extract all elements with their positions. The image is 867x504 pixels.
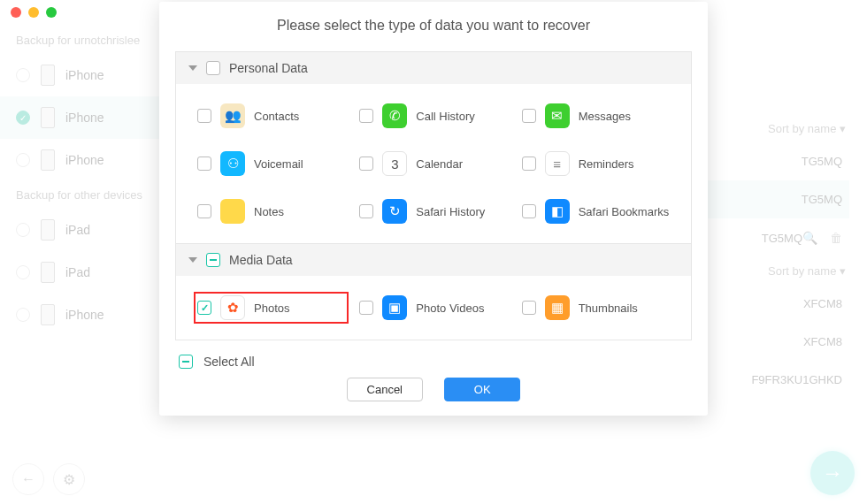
safari-bookmarks-icon: ◧: [545, 199, 570, 224]
checkbox[interactable]: [359, 301, 373, 315]
checkbox[interactable]: [522, 109, 536, 123]
type-photo-videos[interactable]: ▣Photo Videos: [356, 292, 510, 324]
type-call-history[interactable]: ✆Call History: [356, 100, 510, 132]
type-label: Photos: [254, 302, 289, 315]
checkbox[interactable]: [197, 109, 211, 123]
type-label: Calendar: [416, 157, 463, 171]
type-label: Reminders: [579, 157, 634, 171]
type-calendar[interactable]: 3Calendar: [356, 148, 510, 179]
notes-icon: [220, 199, 245, 224]
checkbox[interactable]: [522, 301, 536, 315]
reminders-icon: ≡: [545, 151, 570, 176]
type-label: Safari History: [416, 205, 485, 218]
type-label: Photo Videos: [416, 302, 484, 315]
media-data-header[interactable]: Media Data: [176, 243, 691, 276]
checkbox[interactable]: [197, 157, 211, 171]
media-data-label: Media Data: [229, 253, 293, 267]
voicemail-icon: ⚇: [220, 151, 245, 176]
window-controls[interactable]: [11, 7, 57, 18]
type-thumbnails[interactable]: ▦Thumbnails: [518, 292, 673, 324]
type-reminders[interactable]: ≡Reminders: [518, 148, 673, 179]
personal-data-checkbox[interactable]: [206, 61, 220, 75]
type-label: Notes: [254, 205, 284, 218]
safari-history-icon: ↻: [382, 199, 407, 224]
ok-button[interactable]: OK: [444, 378, 520, 401]
calendar-icon: 3: [382, 151, 407, 176]
type-label: Thumbnails: [579, 302, 638, 315]
checkbox[interactable]: [359, 157, 373, 171]
chevron-down-icon: [188, 257, 197, 263]
select-all-label: Select All: [203, 355, 255, 369]
maximize-icon[interactable]: [46, 7, 57, 18]
type-voicemail[interactable]: ⚇Voicemail: [194, 148, 349, 179]
type-safari-bookmarks[interactable]: ◧Safari Bookmarks: [518, 195, 673, 227]
select-all-checkbox[interactable]: [179, 355, 193, 369]
recover-dialog: Please select the type of data you want …: [159, 2, 708, 416]
contacts-icon: 👥: [220, 103, 245, 128]
thumbnails-icon: ▦: [545, 295, 570, 320]
type-safari-history[interactable]: ↻Safari History: [356, 195, 510, 227]
chevron-down-icon: [188, 65, 197, 71]
type-label: Safari Bookmarks: [579, 205, 670, 218]
checkbox[interactable]: [359, 204, 373, 218]
type-notes[interactable]: Notes: [194, 195, 349, 227]
checkbox[interactable]: [522, 204, 536, 218]
personal-data-label: Personal Data: [229, 61, 308, 75]
dialog-buttons: Cancel OK: [175, 378, 692, 401]
type-label: Messages: [579, 110, 631, 123]
checkbox[interactable]: [359, 109, 373, 123]
checkbox[interactable]: [522, 157, 536, 171]
messages-icon: ✉: [545, 103, 570, 128]
photo-videos-icon: ▣: [382, 295, 407, 320]
minimize-icon[interactable]: [28, 7, 39, 18]
dialog-title: Please select the type of data you want …: [175, 18, 692, 34]
type-messages[interactable]: ✉Messages: [518, 100, 673, 132]
select-all-row[interactable]: Select All: [175, 340, 692, 378]
type-label: Call History: [416, 110, 474, 123]
checkbox[interactable]: [197, 204, 211, 218]
close-icon[interactable]: [11, 7, 21, 18]
type-label: Voicemail: [254, 157, 303, 171]
personal-data-group: Personal Data 👥Contacts✆Call History✉Mes…: [175, 51, 692, 340]
cancel-button[interactable]: Cancel: [347, 378, 423, 401]
type-photos[interactable]: ✿Photos: [194, 292, 349, 324]
type-contacts[interactable]: 👥Contacts: [194, 100, 349, 132]
checkbox[interactable]: [197, 301, 211, 315]
photos-icon: ✿: [220, 295, 245, 320]
personal-data-header[interactable]: Personal Data: [176, 52, 691, 84]
type-label: Contacts: [254, 110, 299, 123]
media-data-checkbox[interactable]: [206, 253, 220, 267]
call-history-icon: ✆: [382, 103, 407, 128]
